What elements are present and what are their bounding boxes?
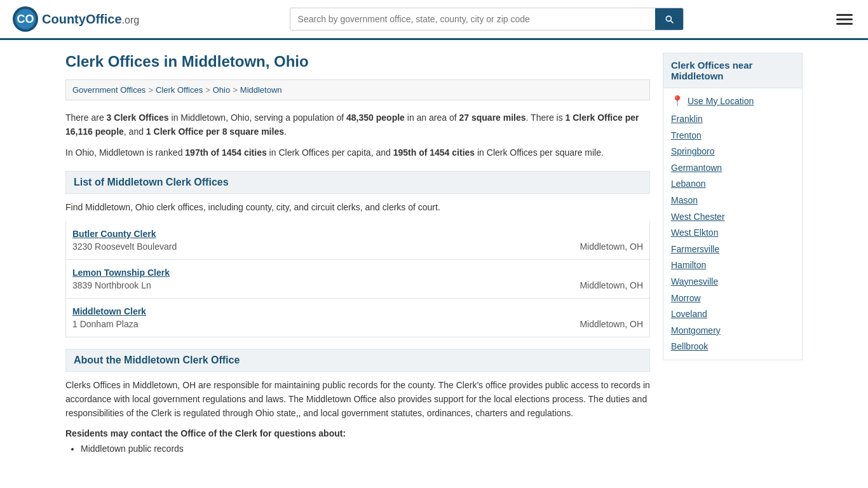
sidebar-link[interactable]: West Chester xyxy=(671,211,794,224)
clerk-item: Middletown Clerk 1 Donham Plaza Middleto… xyxy=(66,298,649,337)
sidebar-location: 📍 Use My Location xyxy=(671,95,794,107)
list-section-header: List of Middletown Clerk Offices xyxy=(65,171,650,194)
clerk-list: Butler County Clerk 3230 Roosevelt Boule… xyxy=(65,221,650,337)
clerk-details: 3839 Northbrook Ln Middletown, OH xyxy=(72,280,643,290)
sidebar-link[interactable]: Germantown xyxy=(671,162,794,175)
hamburger-icon xyxy=(836,14,853,25)
content-wrapper: Clerk Offices in Middletown, Ohio Govern… xyxy=(53,40,815,456)
sidebar-link[interactable]: Morrow xyxy=(671,292,794,305)
intro-paragraph-1: There are 3 Clerk Offices in Middletown,… xyxy=(65,111,650,139)
sidebar-link[interactable]: Trenton xyxy=(671,130,794,142)
header: CO CountyOffice.org xyxy=(0,0,868,40)
search-area xyxy=(290,8,684,30)
sidebar-link[interactable]: Montgomery xyxy=(671,325,794,337)
list-section-description: Find Middletown, Ohio clerk offices, inc… xyxy=(65,200,650,214)
breadcrumb: Government Offices > Clerk Offices > Ohi… xyxy=(65,79,650,100)
bullet-list: Middletown public records xyxy=(65,444,650,454)
about-text: Clerks Offices in Middletown, OH are res… xyxy=(65,378,650,421)
clerk-city-state: Middletown, OH xyxy=(580,241,643,252)
breadcrumb-sep-3: > xyxy=(233,85,238,95)
clerk-name: Butler County Clerk xyxy=(72,229,643,239)
logo-text: CountyOffice.org xyxy=(42,12,139,27)
about-section-header: About the Middletown Clerk Office xyxy=(65,349,650,372)
sidebar-link[interactable]: Hamilton xyxy=(671,259,794,272)
clerk-name-link[interactable]: Middletown Clerk xyxy=(72,306,146,316)
clerk-address: 3230 Roosevelt Boulevard xyxy=(72,241,177,252)
sidebar-header: Clerk Offices near Middletown xyxy=(663,53,803,88)
svg-text:CO: CO xyxy=(17,13,34,25)
clerk-name-link[interactable]: Lemon Township Clerk xyxy=(72,268,170,278)
clerk-name: Lemon Township Clerk xyxy=(72,268,643,278)
breadcrumb-link-ohio[interactable]: Ohio xyxy=(213,85,230,95)
sidebar-link[interactable]: West Elkton xyxy=(671,227,794,240)
sidebar-link[interactable]: Franklin xyxy=(671,113,794,126)
breadcrumb-sep-1: > xyxy=(148,85,153,95)
location-pin-icon: 📍 xyxy=(671,95,684,107)
sidebar-links: Franklin Trenton Springboro Germantown L… xyxy=(671,113,794,353)
breadcrumb-link-clerk-offices[interactable]: Clerk Offices xyxy=(156,85,203,95)
clerk-address: 3839 Northbrook Ln xyxy=(72,280,151,290)
clerk-address: 1 Donham Plaza xyxy=(72,319,139,329)
breadcrumb-link-middletown[interactable]: Middletown xyxy=(240,85,282,95)
clerk-city-state: Middletown, OH xyxy=(580,319,643,329)
main-content: Clerk Offices in Middletown, Ohio Govern… xyxy=(65,53,650,456)
search-icon xyxy=(664,14,674,24)
clerk-details: 1 Donham Plaza Middletown, OH xyxy=(72,319,643,329)
search-button[interactable] xyxy=(655,8,683,30)
sidebar-link[interactable]: Lebanon xyxy=(671,178,794,191)
logo-icon: CO xyxy=(13,6,38,32)
sidebar-link[interactable]: Farmersville xyxy=(671,243,794,256)
breadcrumb-sep-2: > xyxy=(205,85,210,95)
bullet-item: Middletown public records xyxy=(81,444,650,454)
sidebar-link[interactable]: Waynesville xyxy=(671,276,794,288)
sidebar-content: 📍 Use My Location Franklin Trenton Sprin… xyxy=(663,88,803,360)
sidebar-link[interactable]: Loveland xyxy=(671,308,794,321)
sidebar-link[interactable]: Bellbrook xyxy=(671,341,794,353)
clerk-name: Middletown Clerk xyxy=(72,306,643,316)
sidebar: Clerk Offices near Middletown 📍 Use My L… xyxy=(663,53,803,456)
breadcrumb-link-gov-offices[interactable]: Government Offices xyxy=(72,85,146,95)
clerk-item: Butler County Clerk 3230 Roosevelt Boule… xyxy=(66,221,649,259)
clerk-name-link[interactable]: Butler County Clerk xyxy=(72,229,156,239)
sidebar-link[interactable]: Mason xyxy=(671,194,794,207)
residents-heading: Residents may contact the Office of the … xyxy=(65,428,650,438)
logo-area: CO CountyOffice.org xyxy=(13,6,139,32)
page-title: Clerk Offices in Middletown, Ohio xyxy=(65,53,650,71)
menu-button[interactable] xyxy=(834,11,855,27)
sidebar-link[interactable]: Springboro xyxy=(671,146,794,158)
use-my-location-link[interactable]: Use My Location xyxy=(688,96,754,106)
clerk-item: Lemon Township Clerk 3839 Northbrook Ln … xyxy=(66,259,649,298)
clerk-details: 3230 Roosevelt Boulevard Middletown, OH xyxy=(72,241,643,252)
intro-paragraph-2: In Ohio, Middletown is ranked 197th of 1… xyxy=(65,146,650,159)
clerk-city-state: Middletown, OH xyxy=(580,280,643,290)
search-input[interactable] xyxy=(290,9,655,29)
